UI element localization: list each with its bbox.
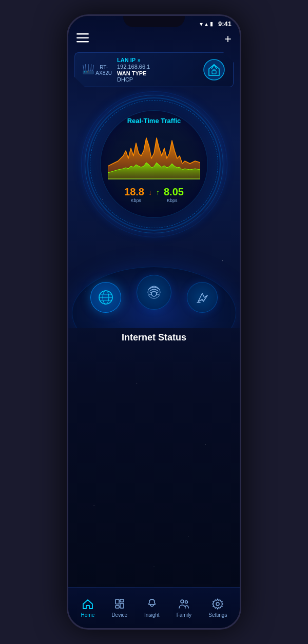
device-name: RT-AX82U: [95, 65, 112, 76]
svg-line-24: [149, 292, 151, 293]
chevron-icon: »: [138, 57, 141, 63]
traffic-stats: 18.8 ↓ ↑ 8.05: [124, 186, 184, 198]
unit-labels: Kbps Kbps: [130, 198, 177, 203]
svg-point-37: [216, 602, 219, 606]
icon-buttons-row: [68, 282, 240, 313]
nav-item-settings[interactable]: Settings: [202, 594, 233, 622]
nav-label-settings: Settings: [208, 612, 227, 618]
internet-status-section: Internet Status: [68, 328, 240, 347]
upload-value: 8.05: [164, 186, 184, 198]
nav-label-device: Device: [111, 612, 127, 618]
phone-notch: [123, 16, 185, 27]
nav-label-insight: Insight: [144, 612, 159, 618]
top-bar: +: [68, 30, 240, 50]
svg-line-26: [157, 292, 159, 293]
router-card: RT-AX82U LAN IP » 192.168.66.1 WAN TYPE …: [74, 52, 234, 87]
internet-status-text: Internet Status: [122, 332, 186, 343]
signal-status-icon: ▴: [205, 21, 208, 28]
nav-item-device[interactable]: Device: [105, 594, 133, 622]
router-info: LAN IP » 192.168.66.1 WAN TYPE DHCP: [117, 57, 201, 83]
svg-line-7: [91, 64, 91, 70]
ip-address: 192.168.66.1: [117, 64, 201, 70]
wifi-status-icon: ▾: [200, 21, 203, 28]
svg-point-35: [181, 600, 184, 603]
traffic-ring: Real-Time Traffic: [87, 97, 221, 231]
svg-rect-31: [120, 603, 124, 608]
svg-point-23: [151, 291, 157, 296]
nav-label-family: Family: [177, 612, 191, 618]
battery-status-icon: ▮: [210, 21, 213, 27]
speed-test-button[interactable]: [187, 282, 218, 313]
svg-line-4: [83, 65, 84, 71]
bottom-navigation: Home Device: [68, 587, 240, 628]
planet-section: [68, 226, 240, 328]
phone-frame: ▾ ▴ ▮ 9:41 +: [67, 14, 241, 630]
svg-point-36: [185, 601, 188, 603]
menu-button[interactable]: [76, 33, 89, 45]
router-image: RT-AX82U: [81, 57, 112, 83]
home-manage-button[interactable]: [201, 57, 227, 83]
nav-item-family[interactable]: Family: [170, 594, 198, 622]
traffic-title: Real-Time Traffic: [127, 117, 181, 125]
globe-button[interactable]: [90, 282, 121, 313]
svg-point-11: [87, 71, 88, 72]
svg-point-10: [86, 71, 87, 72]
svg-rect-0: [76, 33, 89, 35]
traffic-chart: [108, 128, 200, 184]
svg-line-8: [93, 65, 94, 71]
svg-rect-3: [83, 70, 94, 74]
phone-screen: ▾ ▴ ▮ 9:41 +: [68, 16, 240, 628]
traffic-section: Real-Time Traffic: [68, 97, 240, 231]
wifi-diagnostics-button[interactable]: [137, 275, 171, 310]
nav-item-home[interactable]: Home: [75, 594, 101, 622]
status-time: 9:41: [218, 20, 232, 28]
svg-rect-30: [120, 599, 124, 602]
download-arrow-icon: ↓: [148, 188, 152, 196]
upload-unit: Kbps: [167, 198, 178, 203]
svg-rect-29: [116, 599, 119, 604]
nav-label-home: Home: [81, 612, 95, 618]
svg-rect-1: [76, 37, 89, 38]
nav-item-insight[interactable]: Insight: [138, 594, 165, 622]
upload-arrow-icon: ↑: [156, 188, 160, 196]
status-icons: ▾ ▴ ▮: [200, 21, 213, 28]
download-unit: Kbps: [130, 198, 141, 203]
svg-rect-2: [76, 41, 89, 43]
phone-container: ▾ ▴ ▮ 9:41 +: [0, 0, 308, 644]
lan-ip-label: LAN IP »: [117, 57, 201, 63]
wan-type-label: WAN TYPE: [117, 70, 201, 76]
wan-type-value: DHCP: [117, 76, 201, 83]
download-value: 18.8: [124, 186, 144, 198]
add-button[interactable]: +: [224, 32, 232, 46]
svg-point-9: [84, 71, 85, 72]
svg-line-5: [85, 64, 86, 70]
traffic-inner-circle: Real-Time Traffic: [100, 110, 208, 218]
svg-rect-32: [116, 606, 119, 608]
